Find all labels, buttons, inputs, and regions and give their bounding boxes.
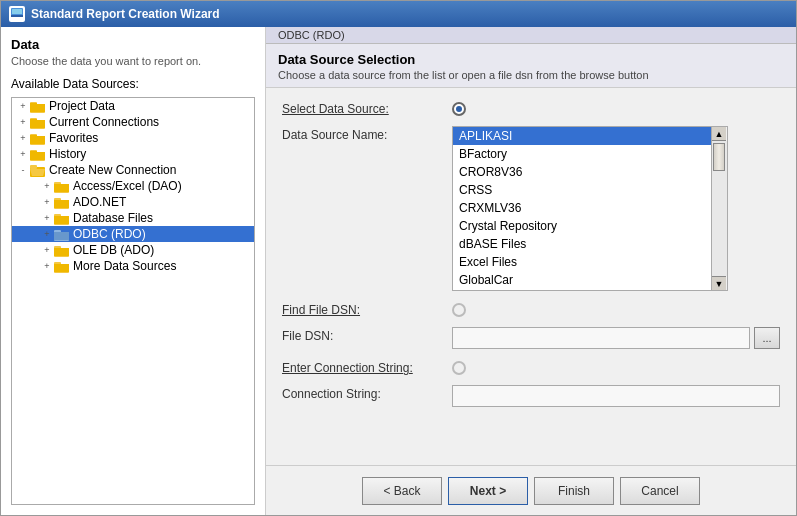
find-file-dsn-radio[interactable] bbox=[452, 303, 466, 317]
list-item-dbase-files[interactable]: dBASE Files bbox=[453, 235, 711, 253]
enter-connection-string-control bbox=[452, 359, 780, 375]
list-item-crxmlv36[interactable]: CRXMLV36 bbox=[453, 199, 711, 217]
list-scrollbar[interactable]: ▲ ▼ bbox=[712, 126, 728, 291]
list-item-ms-access[interactable]: MS Access Database bbox=[453, 289, 711, 291]
select-datasource-control bbox=[452, 100, 780, 116]
finish-button[interactable]: Finish bbox=[534, 477, 614, 505]
folder-icon bbox=[30, 116, 46, 129]
list-item-crss[interactable]: CRSS bbox=[453, 181, 711, 199]
available-sources-label: Available Data Sources: bbox=[11, 77, 255, 91]
tree-item-create-new-connection[interactable]: - Create New Connection bbox=[12, 162, 254, 178]
right-panel-body: Select Data Source: Data Source Name: AP… bbox=[266, 88, 796, 465]
tree-item-ole-db[interactable]: + OLE DB (ADO) bbox=[12, 242, 254, 258]
svg-rect-33 bbox=[54, 232, 69, 240]
svg-rect-24 bbox=[54, 184, 69, 192]
list-item-cror8v36[interactable]: CROR8V36 bbox=[453, 163, 711, 181]
tree-item-odbc-rdo[interactable]: + ODBC (RDO) bbox=[12, 226, 254, 242]
left-panel-subtitle: Choose the data you want to report on. bbox=[11, 55, 255, 67]
svg-rect-39 bbox=[54, 264, 69, 272]
browse-button[interactable]: ... bbox=[754, 327, 780, 349]
connection-string-input[interactable] bbox=[452, 385, 780, 407]
find-file-dsn-label: Find File DSN: bbox=[282, 301, 442, 317]
svg-rect-27 bbox=[54, 200, 69, 208]
file-dsn-row: File DSN: ... bbox=[282, 327, 780, 349]
svg-rect-2 bbox=[12, 9, 22, 14]
list-item-globalcar[interactable]: GlobalCar bbox=[453, 271, 711, 289]
tree-label: ADO.NET bbox=[73, 195, 126, 209]
expand-icon: + bbox=[16, 147, 30, 161]
list-item-crystal-repository[interactable]: Crystal Repository bbox=[453, 217, 711, 235]
main-window: Standard Report Creation Wizard Data Cho… bbox=[0, 0, 797, 516]
datasource-name-label: Data Source Name: bbox=[282, 126, 442, 142]
expand-icon: + bbox=[16, 131, 30, 145]
folder-open-icon bbox=[30, 164, 46, 177]
expand-icon: - bbox=[16, 163, 30, 177]
odbc-label: ODBC (RDO) bbox=[266, 27, 796, 44]
folder-icon bbox=[54, 196, 70, 209]
next-button[interactable]: Next > bbox=[448, 477, 528, 505]
expand-icon: + bbox=[16, 115, 30, 129]
tree-item-more-data-sources[interactable]: + More Data Sources bbox=[12, 258, 254, 274]
left-panel-header: Data Choose the data you want to report … bbox=[11, 37, 255, 67]
section-subtitle: Choose a data source from the list or op… bbox=[278, 69, 784, 81]
tree-label: More Data Sources bbox=[73, 259, 176, 273]
expand-icon: + bbox=[40, 227, 54, 241]
svg-rect-6 bbox=[30, 103, 37, 105]
datasource-listbox[interactable]: APLIKASI BFactory CROR8V36 CRSS CRXMLV36… bbox=[452, 126, 712, 291]
select-datasource-radio[interactable] bbox=[452, 102, 466, 116]
tree-item-access-excel[interactable]: + Access/Excel (DAO) bbox=[12, 178, 254, 194]
tree-item-project-data[interactable]: + Project Data bbox=[12, 98, 254, 114]
tree-label: Favorites bbox=[49, 131, 98, 145]
scroll-down-arrow[interactable]: ▼ bbox=[712, 276, 726, 290]
expand-icon: + bbox=[40, 211, 54, 225]
tree-label: History bbox=[49, 147, 86, 161]
tree-item-history[interactable]: + History bbox=[12, 146, 254, 162]
tree-item-database-files[interactable]: + Database Files bbox=[12, 210, 254, 226]
svg-rect-17 bbox=[30, 152, 45, 160]
connection-string-label: Connection String: bbox=[282, 385, 442, 401]
bottom-bar: < Back Next > Finish Cancel bbox=[266, 465, 796, 515]
window-title: Standard Report Creation Wizard bbox=[31, 7, 220, 21]
select-datasource-row: Select Data Source: bbox=[282, 100, 780, 116]
expand-icon: + bbox=[40, 179, 54, 193]
folder-icon bbox=[30, 100, 46, 113]
tree-item-ado-net[interactable]: + ADO.NET bbox=[12, 194, 254, 210]
section-title: Data Source Selection bbox=[278, 52, 784, 67]
enter-connection-string-row: Enter Connection String: bbox=[282, 359, 780, 375]
tree-item-current-connections[interactable]: + Current Connections bbox=[12, 114, 254, 130]
app-icon bbox=[9, 6, 25, 22]
scroll-up-arrow[interactable]: ▲ bbox=[712, 127, 726, 141]
title-bar: Standard Report Creation Wizard bbox=[1, 1, 796, 27]
tree-container[interactable]: + Project Data + bbox=[11, 97, 255, 505]
tree-label: Database Files bbox=[73, 211, 153, 225]
tree-label: Project Data bbox=[49, 99, 115, 113]
cancel-button[interactable]: Cancel bbox=[620, 477, 700, 505]
folder-icon bbox=[54, 244, 70, 257]
list-item-excel-files[interactable]: Excel Files bbox=[453, 253, 711, 271]
file-dsn-input[interactable] bbox=[452, 327, 750, 349]
tree-item-favorites[interactable]: + Favorites bbox=[12, 130, 254, 146]
svg-rect-30 bbox=[54, 216, 69, 224]
expand-icon: + bbox=[40, 195, 54, 209]
file-dsn-label: File DSN: bbox=[282, 327, 442, 343]
expand-icon: + bbox=[40, 259, 54, 273]
tree-label: OLE DB (ADO) bbox=[73, 243, 154, 257]
connection-string-radio[interactable] bbox=[452, 361, 466, 375]
left-panel-title: Data bbox=[11, 37, 255, 52]
expand-icon: + bbox=[40, 243, 54, 257]
tree-label: Current Connections bbox=[49, 115, 159, 129]
svg-rect-1 bbox=[11, 15, 23, 17]
tree-label: ODBC (RDO) bbox=[73, 227, 146, 241]
folder-icon bbox=[54, 212, 70, 225]
select-datasource-label: Select Data Source: bbox=[282, 100, 442, 116]
folder-icon bbox=[54, 180, 70, 193]
list-item-aplikasi[interactable]: APLIKASI bbox=[453, 127, 711, 145]
find-file-dsn-control bbox=[452, 301, 780, 317]
list-item-bfactory[interactable]: BFactory bbox=[453, 145, 711, 163]
left-panel: Data Choose the data you want to report … bbox=[1, 27, 266, 515]
svg-rect-14 bbox=[30, 135, 37, 137]
expand-icon: + bbox=[16, 99, 30, 113]
back-button[interactable]: < Back bbox=[362, 477, 442, 505]
scroll-thumb[interactable] bbox=[713, 143, 725, 171]
svg-rect-5 bbox=[30, 104, 45, 112]
